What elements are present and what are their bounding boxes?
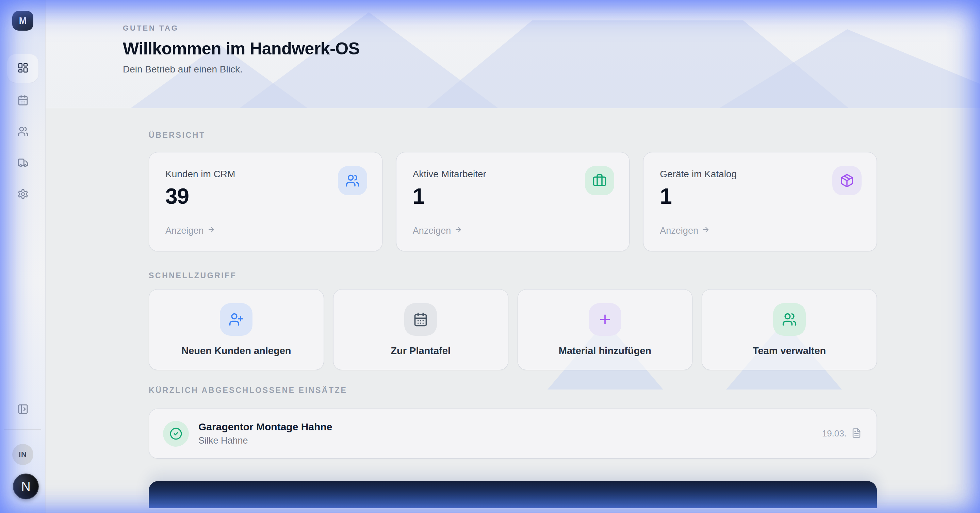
file-text-icon[interactable]	[851, 428, 862, 440]
panel-left-open-icon	[18, 403, 29, 416]
greeting-eyebrow: GUTEN TAG	[123, 24, 980, 33]
user-plus-icon	[220, 303, 253, 336]
stat-card-geraete[interactable]: Geräte im Katalog 1 Anzeigen	[643, 152, 877, 251]
sidebar-item-einstellungen[interactable]	[7, 180, 38, 209]
workspace-avatar[interactable]: M	[12, 11, 33, 31]
anzeigen-label: Anzeigen	[660, 226, 698, 236]
arrow-right-icon	[454, 226, 463, 236]
section-heading-recent: KÜRZLICH ABGESCHLOSSENE EINSÄTZE	[149, 370, 877, 395]
package-icon	[832, 166, 862, 195]
arrow-right-icon	[702, 226, 710, 236]
stat-card-mitarbeiter[interactable]: Aktive Mitarbeiter 1 Anzeigen	[396, 152, 630, 251]
nextjs-dev-badge[interactable]: N	[13, 473, 39, 499]
stat-label: Geräte im Katalog	[660, 169, 860, 179]
user-avatar[interactable]: IN	[12, 444, 33, 465]
sidebar-item-material[interactable]	[7, 149, 38, 178]
stat-card-kunden[interactable]: Kunden im CRM 39 Anzeigen	[149, 152, 382, 251]
quick-label: Neuen Kunden anlegen	[181, 345, 291, 357]
job-customer: Silke Hahne	[198, 435, 332, 446]
quick-access-grid: Neuen Kunden anlegen Zur Plantafel Mater…	[149, 289, 877, 370]
plus-icon	[589, 303, 621, 336]
arrow-right-icon	[207, 226, 215, 236]
job-title: Garagentor Montage Hahne	[198, 421, 332, 433]
footer-panel	[149, 481, 877, 508]
stat-label: Kunden im CRM	[165, 169, 366, 179]
anzeigen-link[interactable]: Anzeigen	[165, 226, 366, 236]
anzeigen-link[interactable]: Anzeigen	[413, 226, 613, 236]
briefcase-icon	[585, 166, 614, 195]
settings-icon	[18, 189, 29, 201]
quick-label: Material hinzufügen	[559, 345, 651, 357]
quick-card-team[interactable]: Team verwalten	[702, 289, 877, 370]
sidebar-divider-top	[4, 33, 41, 33]
workspace-initial: M	[19, 16, 27, 26]
page-subtitle: Dein Betrieb auf einen Blick.	[123, 64, 980, 75]
layout-dashboard-icon	[18, 62, 29, 75]
users-icon	[338, 166, 367, 195]
stat-value: 1	[660, 184, 860, 209]
sidebar-item-plantafel[interactable]	[7, 86, 38, 115]
quick-card-neuer-kunde[interactable]: Neuen Kunden anlegen	[149, 289, 324, 370]
recent-job-row[interactable]: Garagentor Montage Hahne Silke Hahne 19.…	[149, 408, 877, 459]
users-icon	[18, 126, 29, 138]
sidebar: M IN N	[0, 0, 46, 513]
main-content: GUTEN TAG Willkommen im Handwerk-OS Dein…	[46, 0, 980, 513]
stat-value: 39	[165, 184, 366, 209]
sidebar-collapse-button[interactable]	[7, 395, 38, 424]
stats-grid: Kunden im CRM 39 Anzeigen Aktive Mitarbe…	[149, 152, 877, 251]
calendar-icon	[404, 303, 437, 336]
job-date: 19.03.	[822, 428, 846, 439]
user-initials: IN	[19, 450, 27, 459]
users-icon	[773, 303, 806, 336]
quick-label: Team verwalten	[753, 345, 826, 357]
page-title: Willkommen im Handwerk-OS	[123, 39, 980, 59]
section-heading-quick-access: SCHNELLZUGRIFF	[149, 251, 877, 280]
truck-icon	[18, 157, 29, 170]
anzeigen-label: Anzeigen	[413, 226, 451, 236]
sidebar-divider-bottom	[4, 429, 41, 430]
section-heading-overview: ÜBERSICHT	[149, 108, 877, 140]
badge-letter: N	[21, 479, 30, 494]
anzeigen-link[interactable]: Anzeigen	[660, 226, 860, 236]
calendar-icon	[18, 95, 29, 107]
quick-card-material[interactable]: Material hinzufügen	[517, 289, 693, 370]
quick-card-plantafel[interactable]: Zur Plantafel	[333, 289, 508, 370]
sidebar-item-kunden[interactable]	[7, 118, 38, 146]
sidebar-item-dashboard[interactable]	[7, 54, 38, 83]
quick-label: Zur Plantafel	[391, 345, 450, 357]
check-circle-icon	[163, 421, 189, 447]
anzeigen-label: Anzeigen	[165, 226, 204, 236]
stat-value: 1	[413, 184, 613, 209]
stat-label: Aktive Mitarbeiter	[413, 169, 613, 179]
hero-header: GUTEN TAG Willkommen im Handwerk-OS Dein…	[46, 0, 980, 108]
